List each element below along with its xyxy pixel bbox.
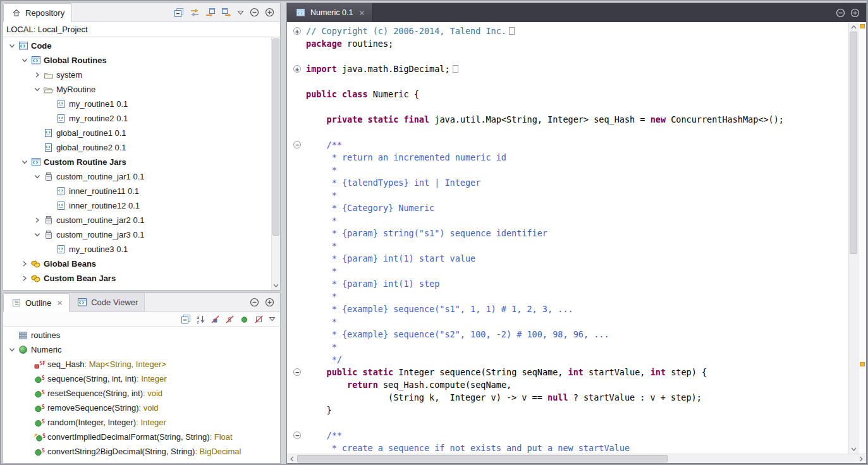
outline-item-random-integer-integer[interactable]: Srandom(Integer, Integer) : Integer [3, 415, 280, 430]
repo-item-my-routine2-0-1[interactable]: my_routine2 0.1 [3, 111, 271, 126]
chevron-down-icon[interactable] [32, 87, 42, 92]
repo-item-custom-routine-jar2-0-1[interactable]: custom_routine_jar2 0.1 [3, 213, 271, 227]
code-line[interactable]: * [287, 214, 848, 227]
fold-minus-icon[interactable]: − [287, 429, 306, 442]
outline-item-routines[interactable]: routines [3, 328, 280, 342]
repo-item-custom-routine-jar1-0-1[interactable]: custom_routine_jar1 0.1 [3, 169, 271, 184]
fold-minus-icon[interactable]: − [287, 366, 306, 378]
code-line[interactable]: */ [287, 353, 848, 366]
repo-item-global-routines[interactable]: Global Routines [3, 53, 271, 68]
code-line[interactable]: − public static Integer sequence(String … [287, 366, 848, 378]
repo-item-system[interactable]: system [3, 68, 271, 82]
chevron-down-icon[interactable] [7, 43, 17, 49]
hide-static-icon[interactable]: S [225, 315, 235, 324]
scrollbar-thumb[interactable] [272, 39, 279, 236]
scroll-up-icon[interactable] [849, 23, 858, 31]
chevron-down-icon[interactable] [20, 159, 30, 165]
code-line[interactable]: +import java.math.BigDecimal; [287, 63, 848, 75]
hide-fields-icon[interactable] [211, 315, 220, 324]
code-line[interactable] [287, 50, 848, 63]
sort-icon[interactable]: az [196, 315, 205, 324]
collapse-all-icon[interactable] [174, 8, 184, 18]
hide-non-public-icon[interactable] [240, 315, 249, 324]
repo-item-my-routine1-0-1[interactable]: my_routine1 0.1 [3, 97, 271, 111]
minimize-icon[interactable] [250, 8, 259, 17]
repo-item-custom-bean-jars[interactable]: Custom Bean Jars [3, 271, 271, 286]
editor-horizontal-scrollbar[interactable] [287, 454, 866, 463]
chevron-down-icon[interactable] [20, 57, 30, 63]
scroll-left-icon[interactable] [288, 454, 296, 463]
maximize-icon[interactable] [850, 8, 860, 18]
outline-item-convertstring2bigdecimal-string-string[interactable]: SconvertString2BigDecimal(String, String… [3, 444, 280, 459]
outline-item-sequence-string-int-int[interactable]: Ssequence(String, int, int) : Integer [3, 371, 280, 386]
fold-plus-icon[interactable]: + [287, 63, 306, 75]
annotation-marker[interactable] [860, 362, 865, 366]
code-line[interactable]: (String k, Integer v) -> v == null ? sta… [287, 391, 848, 404]
code-line[interactable]: package routines; [287, 37, 848, 50]
chevron-right-icon[interactable] [32, 72, 42, 78]
code-line[interactable] [287, 126, 848, 138]
close-icon[interactable] [57, 300, 63, 306]
chevron-right-icon[interactable] [20, 275, 30, 281]
outline-item-removesequence-string[interactable]: SremoveSequence(String) : void [3, 401, 280, 415]
scrollbar-thumb[interactable] [297, 455, 668, 462]
repo-item-global-routine1-0-1[interactable]: global_routine1 0.1 [3, 126, 271, 140]
code-line[interactable] [287, 75, 848, 88]
chevron-right-icon[interactable] [20, 261, 30, 267]
fold-minus-icon[interactable]: − [287, 138, 306, 151]
repo-item-code[interactable]: Code [3, 39, 271, 53]
code-line[interactable]: * {Category} Numeric [287, 202, 848, 214]
annotation-marker[interactable] [860, 24, 865, 28]
code-line[interactable]: * [287, 341, 848, 353]
repo-item-custom-routine-jars[interactable]: Custom Routine Jars [3, 155, 271, 169]
code-line[interactable]: − /** [287, 429, 848, 442]
code-line[interactable]: * [287, 189, 848, 202]
code-line[interactable] [287, 416, 848, 429]
chevron-down-icon[interactable] [32, 174, 42, 179]
tab-code-viewer[interactable]: Code Viewer [70, 293, 145, 311]
code-line[interactable]: * {param} int(1) start value [287, 252, 848, 265]
scroll-right-icon[interactable] [857, 454, 865, 463]
code-line[interactable]: * {example} sequence("s1", 1, 1) # 1, 2,… [287, 303, 848, 315]
tab-numeric-editor[interactable]: Numeric 0.1 [287, 3, 373, 22]
collapse-all-icon[interactable] [181, 314, 191, 324]
export-items-icon[interactable] [221, 8, 231, 18]
maximize-icon[interactable] [265, 8, 274, 17]
hide-local-types-icon[interactable] [254, 315, 264, 324]
repo-item-global-beans[interactable]: Global Beans [3, 257, 271, 271]
repo-item-global-routine2-0-1[interactable]: global_routine2 0.1 [3, 140, 271, 155]
fold-plus-icon[interactable]: + [287, 25, 306, 37]
code-line[interactable]: * [287, 265, 848, 277]
editor-vertical-scrollbar[interactable] [848, 22, 858, 454]
maximize-icon[interactable] [265, 298, 274, 307]
chevron-right-icon[interactable] [32, 217, 42, 223]
outline-item-numeric[interactable]: Numeric [3, 342, 280, 357]
code-line[interactable]: * {example} sequence("s2", 100, -2) # 10… [287, 328, 848, 341]
chevron-down-icon[interactable] [32, 232, 42, 238]
repo-item-custom-routine-jar3-0-1[interactable]: custom_routine_jar3 0.1 [3, 227, 271, 242]
scroll-down-icon[interactable] [272, 281, 280, 289]
repo-item-inner-routine11-0-1[interactable]: inner_routine11 0.1 [3, 184, 271, 198]
repo-item-my-routine3-0-1[interactable]: my_routine3 0.1 [3, 242, 271, 257]
code-line[interactable]: * return an incremented numeric id [287, 151, 848, 164]
code-line[interactable]: +// Copyright (c) 2006-2014, Talend Inc. [287, 25, 848, 37]
view-menu-icon[interactable] [237, 10, 244, 15]
scroll-down-icon[interactable] [849, 445, 858, 453]
minimize-icon[interactable] [836, 8, 845, 18]
code-line[interactable] [287, 100, 848, 113]
code-line[interactable]: * [287, 290, 848, 303]
scrollbar-thumb[interactable] [850, 32, 857, 254]
outline-item-convertimplieddecimalformat-string-string[interactable]: SconvertImpliedDecimalFormat(String, Str… [3, 430, 280, 444]
code-line[interactable]: * create a sequence if not exists and pu… [287, 442, 848, 454]
repo-item-myroutine[interactable]: MyRoutine [3, 82, 271, 97]
link-with-editor-icon[interactable] [190, 8, 200, 18]
overview-ruler[interactable] [858, 22, 866, 454]
import-items-icon[interactable] [205, 8, 216, 18]
code-area[interactable]: +// Copyright (c) 2006-2014, Talend Inc.… [287, 22, 848, 454]
code-line[interactable]: * {param} string("s1") sequence identifi… [287, 227, 848, 239]
code-line[interactable]: return seq_Hash.compute(seqName, [287, 378, 848, 391]
code-line[interactable]: * [287, 239, 848, 252]
code-line[interactable]: * {param} int(1) step [287, 277, 848, 290]
chevron-down-icon[interactable] [7, 347, 17, 353]
tab-repository[interactable]: Repository [3, 3, 71, 22]
